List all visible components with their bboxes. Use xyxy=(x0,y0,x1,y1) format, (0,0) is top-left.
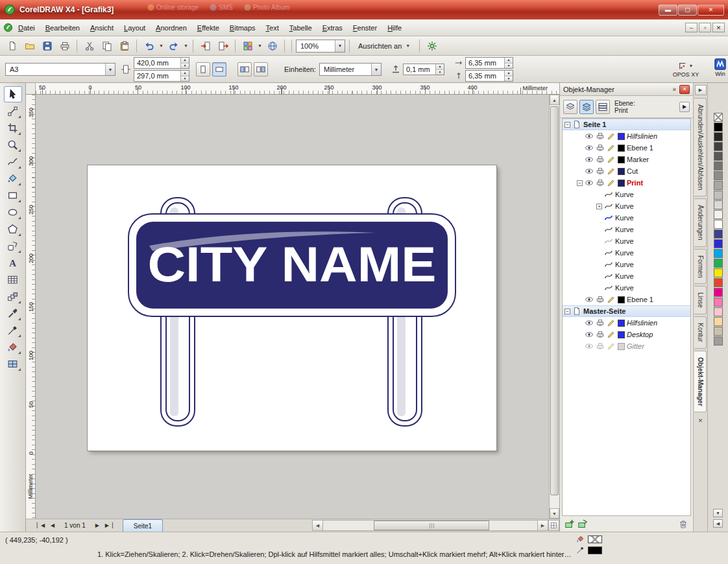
new-master-layer-button[interactable] xyxy=(577,519,588,529)
spinner-arrows[interactable]: ▲▼ xyxy=(180,71,189,81)
fill-color-swatch[interactable] xyxy=(588,535,602,543)
layer-row[interactable]: Kurve xyxy=(563,270,690,282)
basic-shapes-tool[interactable] xyxy=(4,238,22,254)
docker-tab-kontur[interactable]: Kontur xyxy=(694,316,707,348)
new-layer-button[interactable] xyxy=(564,519,575,529)
landscape-button[interactable] xyxy=(212,62,226,76)
color-swatch[interactable] xyxy=(714,327,723,336)
color-swatch[interactable] xyxy=(714,278,723,287)
canvas[interactable]: CITY NAME xyxy=(36,95,549,519)
paste-button[interactable] xyxy=(116,38,132,54)
expander-minus[interactable]: − xyxy=(577,180,583,186)
ruler-origin-corner[interactable] xyxy=(26,83,36,95)
redo-button[interactable] xyxy=(165,38,182,54)
docker-tab-linse[interactable]: Linse xyxy=(694,286,707,314)
pick-tool[interactable] xyxy=(4,86,22,102)
page-tab-seite1[interactable]: Seite1 xyxy=(123,519,163,532)
options-button[interactable] xyxy=(424,38,440,54)
interactive-blend-tool[interactable] xyxy=(4,288,22,305)
color-swatch[interactable] xyxy=(714,123,723,132)
mdi-close-button[interactable]: ✕ xyxy=(712,23,725,32)
menu-item-hilfe[interactable]: Hilfe xyxy=(382,21,407,35)
scroll-left-icon[interactable]: ◀ xyxy=(312,520,323,531)
last-page-button[interactable]: ▶▕ xyxy=(103,520,115,532)
layer-row[interactable]: +Kurve xyxy=(563,200,690,212)
menu-item-text[interactable]: Text xyxy=(261,21,284,35)
layer-row[interactable]: Ebene 1 xyxy=(563,294,690,305)
drawing-page[interactable]: CITY NAME xyxy=(88,165,496,451)
outline-tool[interactable] xyxy=(4,322,22,338)
new-document-button[interactable] xyxy=(4,38,20,54)
save-button[interactable] xyxy=(39,38,55,54)
navigator-button[interactable] xyxy=(548,520,559,531)
layer-color-chip[interactable] xyxy=(618,145,625,152)
table-tool[interactable] xyxy=(4,272,22,288)
vertical-scrollbar[interactable]: ▲ ▼ xyxy=(549,95,559,519)
color-swatch[interactable] xyxy=(714,288,723,297)
ellipse-tool[interactable] xyxy=(4,204,22,220)
menu-item-tabelle[interactable]: Tabelle xyxy=(284,21,317,35)
layer-row[interactable]: −Master-Seite xyxy=(563,305,690,317)
crop-tool[interactable] xyxy=(4,120,22,136)
docker-tab-nderungen[interactable]: Änderungen xyxy=(694,198,707,247)
layer-row[interactable]: Kurve xyxy=(563,189,690,200)
layer-color-chip[interactable] xyxy=(618,180,625,187)
layer-row[interactable]: Kurve xyxy=(563,247,690,259)
layer-row[interactable]: −Seite 1 xyxy=(563,119,690,130)
palette-flyout-icon[interactable]: ◀ xyxy=(713,519,723,528)
chevron-down-icon[interactable]: ▼ xyxy=(335,40,345,52)
application-launcher-button[interactable] xyxy=(239,38,256,54)
mdi-restore-button[interactable]: ▫ xyxy=(699,23,711,32)
horizontal-scroll-thumb[interactable] xyxy=(374,521,489,530)
scroll-up-icon[interactable]: ▲ xyxy=(550,95,559,105)
snap-to-dropdown[interactable]: Ausrichten an ▼ xyxy=(354,42,415,50)
duplicate-x-field[interactable]: 6,35 mm ▲▼ xyxy=(465,57,513,69)
current-page-button[interactable] xyxy=(254,62,268,76)
polygon-tool[interactable] xyxy=(4,221,22,237)
city-sign-drawing[interactable]: CITY NAME xyxy=(88,165,496,451)
units-combo[interactable]: Millimeter ▼ xyxy=(319,63,382,76)
layer-row[interactable]: −Print xyxy=(563,177,690,189)
mdi-minimize-button[interactable]: – xyxy=(685,23,698,32)
color-swatch[interactable] xyxy=(714,152,723,161)
layer-color-chip[interactable] xyxy=(618,343,625,350)
color-swatch[interactable] xyxy=(714,259,723,268)
menu-item-bitmaps[interactable]: Bitmaps xyxy=(224,21,261,35)
close-button[interactable]: ✕ xyxy=(698,5,724,16)
interactive-fill-tool[interactable] xyxy=(4,356,22,372)
scroll-right-icon[interactable]: ▶ xyxy=(537,520,548,531)
expander-minus[interactable]: − xyxy=(564,309,570,314)
corel-online-button[interactable] xyxy=(264,38,280,54)
color-swatch[interactable] xyxy=(714,210,723,219)
previous-page-button[interactable]: ◀ xyxy=(47,520,58,532)
menu-item-effekte[interactable]: Effekte xyxy=(192,21,224,35)
chevron-down-icon[interactable]: ▼ xyxy=(158,43,164,48)
color-swatch[interactable] xyxy=(714,181,723,190)
color-swatch[interactable] xyxy=(714,161,723,170)
color-swatch[interactable] xyxy=(714,307,723,316)
layer-row[interactable]: Desktop xyxy=(563,329,690,340)
layer-color-chip[interactable] xyxy=(618,331,625,338)
chevron-down-icon[interactable]: ▼ xyxy=(105,64,115,75)
layer-row[interactable]: Kurve xyxy=(563,224,690,235)
open-button[interactable] xyxy=(21,38,38,54)
print-button[interactable] xyxy=(56,38,73,54)
menu-item-fenster[interactable]: Fenster xyxy=(348,21,382,35)
color-swatch[interactable] xyxy=(714,171,723,180)
fill-tool[interactable] xyxy=(4,339,22,355)
chevron-down-icon[interactable]: ▼ xyxy=(257,43,263,48)
menu-item-anordnen[interactable]: Anordnen xyxy=(151,21,192,35)
color-swatch[interactable] xyxy=(714,220,723,229)
shape-tool[interactable] xyxy=(4,103,22,119)
zoom-tool[interactable] xyxy=(4,137,22,153)
vertical-scroll-thumb[interactable] xyxy=(550,106,559,495)
maximize-button[interactable]: ▢ xyxy=(678,5,697,16)
nudge-offset-field[interactable]: 0,1 mm ▲▼ xyxy=(403,64,444,75)
color-swatch[interactable] xyxy=(714,229,723,239)
chevron-down-icon[interactable]: ▼ xyxy=(371,64,381,75)
color-swatch[interactable] xyxy=(714,249,723,258)
zoom-level-combo[interactable]: 100% ▼ xyxy=(296,40,345,53)
paper-size-combo[interactable]: A3 ▼ xyxy=(5,63,115,76)
menu-item-datei[interactable]: Datei xyxy=(13,21,40,35)
eyedropper-tool[interactable] xyxy=(4,305,22,322)
